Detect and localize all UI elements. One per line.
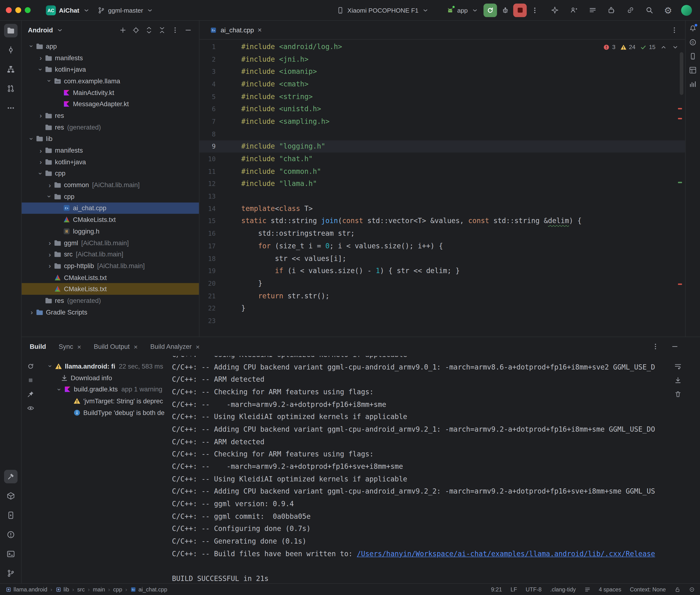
profile-avatar[interactable] (681, 5, 692, 16)
build-tab-build-output[interactable]: Build Output× (94, 343, 138, 350)
project-tree-item-gradle-scripts[interactable]: ›Gradle Scripts (22, 306, 199, 318)
formatter-icon[interactable] (584, 587, 590, 592)
close-tab-icon[interactable]: × (196, 343, 200, 350)
inspections-widget[interactable]: 3 24 15 (603, 43, 679, 51)
chevron-open-icon[interactable]: › (37, 170, 44, 177)
search-everywhere-icon[interactable] (642, 3, 656, 17)
build-tab-build-analyzer[interactable]: Build Analyzer× (150, 343, 200, 350)
hide-build-panel-icon[interactable] (671, 343, 678, 350)
code-line[interactable]: 14template<class T> (199, 202, 685, 215)
build-tab-build[interactable]: Build (30, 343, 46, 350)
project-tree-item-cmakelists-txt[interactable]: CMakeLists.txt (22, 272, 199, 283)
clang-tidy-status[interactable]: .clang-tidy (550, 586, 576, 592)
clear-console-icon[interactable] (674, 390, 681, 398)
plugins-icon[interactable] (605, 3, 618, 17)
select-opened-file-icon[interactable] (132, 26, 140, 34)
code-area[interactable]: 1#include <android/log.h>2#include <jni.… (199, 39, 685, 336)
project-tree-item-com-example-llama[interactable]: ›com.example.llama (22, 75, 199, 87)
next-problem-icon[interactable] (671, 43, 679, 51)
breadcrumb-lib[interactable]: lib (56, 586, 69, 592)
project-tree-item-manifests[interactable]: ›manifests (22, 52, 199, 64)
settings-icon[interactable]: ⚙ (662, 3, 675, 17)
zoom-window-button[interactable] (25, 7, 31, 13)
error-stripe-mark[interactable] (678, 118, 682, 119)
build-tree-node-llama-android-fi[interactable]: ›llama.android: fi22 sec, 583 ms (39, 361, 171, 372)
more-tool-windows-icon[interactable] (4, 101, 18, 115)
errors-count[interactable]: 3 (603, 43, 615, 51)
project-tree-item-logging-h[interactable]: Hlogging.h (22, 225, 199, 237)
breadcrumb-llama-android[interactable]: llama.android (5, 586, 47, 592)
project-tree-item-cmakelists-txt[interactable]: CMakeLists.txt (22, 214, 199, 225)
project-tree-item-res[interactable]: res(generated) (22, 295, 199, 306)
code-line[interactable]: 8 (199, 128, 685, 140)
project-tree-item-cpp-httplib[interactable]: ›cpp-httplib[AiChat.lib.main] (22, 260, 199, 272)
gradle-icon[interactable]: G (689, 38, 697, 46)
pin-tab-icon[interactable] (27, 390, 34, 398)
hide-panel-icon[interactable] (184, 26, 192, 34)
code-line[interactable]: 16 std::ostringstream str; (199, 227, 685, 240)
structure-tool-icon[interactable] (4, 63, 18, 76)
ai-assistant-icon[interactable] (548, 3, 561, 17)
line-separator[interactable]: LF (510, 586, 517, 592)
chevron-open-icon[interactable]: › (28, 42, 35, 50)
project-tool-icon[interactable] (4, 24, 18, 37)
file-encoding[interactable]: UTF-8 (526, 586, 541, 592)
build-tool-icon[interactable] (4, 470, 18, 483)
build-tab-sync[interactable]: Sync× (59, 343, 81, 350)
build-tree-node-jvmtarget-string-is-deprec[interactable]: 'jvmTarget: String' is deprec (39, 395, 171, 407)
breadcrumb-main[interactable]: main (93, 586, 105, 592)
chevron-open-icon[interactable]: › (37, 65, 44, 73)
error-stripe-mark[interactable] (678, 284, 682, 285)
project-tree-item-cpp[interactable]: ›cpp (22, 168, 199, 179)
project-view-selector[interactable]: Android (28, 27, 53, 34)
code-line[interactable]: 15static std::string join(const std::vec… (199, 215, 685, 227)
code-line[interactable]: 2#include <jni.h> (199, 53, 685, 65)
stop-build-icon[interactable] (27, 376, 34, 384)
project-tree-item-mainactivity-kt[interactable]: MainActivity.kt (22, 87, 199, 98)
project-tree-item-cpp[interactable]: ›cpp (22, 191, 199, 202)
warnings-count[interactable]: 24 (619, 43, 636, 51)
close-window-button[interactable] (6, 7, 12, 13)
inspection-status-icon[interactable] (689, 587, 695, 592)
code-line[interactable]: 18 str << values[i]; (199, 252, 685, 265)
code-line[interactable]: 13 (199, 190, 685, 202)
cursor-position[interactable]: 9:21 (491, 586, 502, 592)
rerun-button[interactable] (483, 3, 497, 17)
build-options-icon[interactable] (651, 343, 659, 350)
chevron-closed-icon[interactable]: › (37, 55, 45, 61)
chevron-open-icon[interactable]: › (56, 386, 63, 393)
console-link[interactable]: /Users/hanyin/Workspace/ai-chat/examples… (357, 550, 655, 558)
notifications-icon[interactable] (689, 24, 697, 32)
chevron-closed-icon[interactable]: › (28, 309, 35, 315)
passed-count[interactable]: 15 (640, 43, 655, 51)
device-manager-icon[interactable] (689, 52, 697, 60)
project-tree-item-kotlin-java[interactable]: ›kotlin+java (22, 156, 199, 168)
add-icon[interactable] (119, 26, 127, 34)
chevron-closed-icon[interactable]: › (46, 239, 54, 246)
code-line[interactable]: 19 if (i < values.size() - 1) { str << d… (199, 265, 685, 277)
vcs-branch-widget[interactable]: ggml-master (93, 4, 158, 16)
breadcrumb-cpp[interactable]: cpp (113, 586, 122, 592)
minimize-window-button[interactable] (15, 7, 21, 13)
editor-options-icon[interactable] (670, 26, 678, 34)
debug-button[interactable] (498, 3, 512, 17)
more-run-actions-icon[interactable] (528, 3, 541, 17)
packages-tool-icon[interactable] (4, 489, 18, 503)
chevron-open-icon[interactable]: › (28, 135, 35, 143)
editor-scrollbar[interactable] (680, 52, 683, 95)
build-console[interactable]: C/C++: -- Using KleidiAI optimized kerne… (171, 356, 670, 583)
error-stripe-mark[interactable] (678, 108, 682, 110)
project-widget[interactable]: AC AiChat (43, 3, 94, 17)
device-selector[interactable]: Xiaomi POCOPHONE F1 (333, 4, 433, 16)
share-link-icon[interactable] (623, 3, 637, 17)
indent-config[interactable]: 4 spaces (599, 586, 621, 592)
project-tree-item-app[interactable]: ›app (22, 40, 199, 52)
chevron-closed-icon[interactable]: › (37, 159, 45, 165)
panel-options-icon[interactable] (171, 26, 179, 34)
version-control-tool-icon[interactable] (4, 567, 18, 580)
layout-inspector-icon[interactable] (689, 66, 697, 74)
breadcrumb-ai-chat-cpp[interactable]: C+ai_chat.cpp (130, 586, 167, 592)
problems-tool-icon[interactable] (4, 528, 18, 541)
run-config-selector[interactable]: app (443, 4, 482, 16)
pull-requests-tool-icon[interactable] (4, 82, 18, 95)
